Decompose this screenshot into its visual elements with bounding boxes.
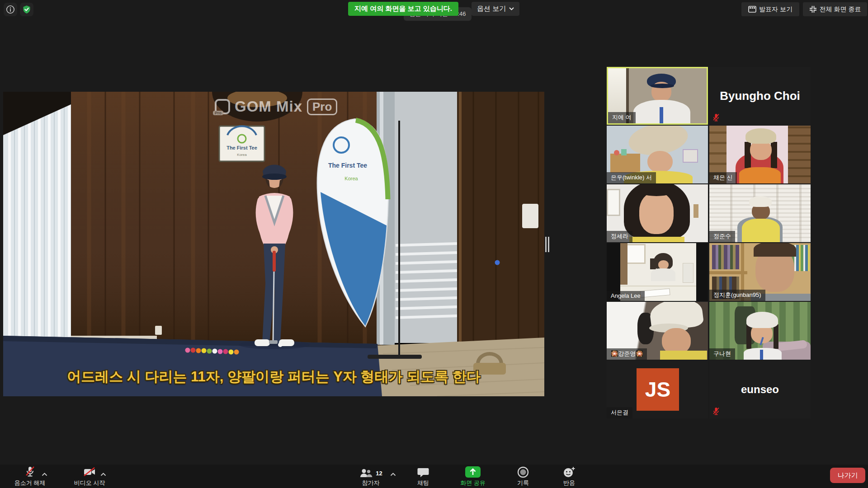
- record-icon: [517, 466, 529, 478]
- reactions-button[interactable]: 반응: [554, 466, 584, 487]
- view-options-button[interactable]: 옵션 보기: [472, 2, 519, 16]
- chat-label: 채팅: [417, 479, 429, 487]
- video-subtitle: 어드레스 시 다리는 11자, 양팔이랑 퍼터는 Y자 형태가 되도록 한다: [3, 367, 544, 386]
- participant-tile-jihoon-jung[interactable]: 정지훈(gunban95): [709, 243, 811, 301]
- participant-tile-chaeeun-shin[interactable]: 채은 신: [709, 126, 811, 183]
- video-options-chevron[interactable]: [100, 473, 106, 476]
- start-video-label: 비디오 시작: [74, 479, 105, 487]
- view-options-label: 옵션 보기: [477, 5, 506, 13]
- shield-check-icon: [22, 5, 31, 14]
- participant-tile-eunseo[interactable]: eunseo: [709, 361, 811, 418]
- shelf: [620, 243, 627, 285]
- participants-button[interactable]: 12 참가자: [349, 468, 392, 487]
- meeting-toolbar: 음소거 해제 비디오 시작 12: [0, 465, 868, 488]
- participant-tile-byungho-choi[interactable]: Byungho Choi: [709, 67, 811, 125]
- chat-icon: [417, 467, 429, 478]
- person-face: [639, 192, 674, 234]
- participant-name-label: 🎇강준영🎇: [607, 348, 647, 360]
- bookshelf-right: [788, 126, 811, 183]
- person-torso: [742, 219, 780, 242]
- cabinet: [607, 189, 620, 216]
- window-blinds: [3, 92, 81, 345]
- participant-name-label: 정지훈(gunban95): [709, 290, 765, 301]
- chat-button[interactable]: 채팅: [409, 467, 437, 487]
- exit-fullscreen-icon: [809, 5, 817, 13]
- flag-title: The First Tee: [328, 162, 367, 169]
- lanyard: [760, 350, 763, 360]
- muted-mic-icon: [712, 407, 720, 416]
- start-video-button[interactable]: 비디오 시작: [67, 466, 112, 487]
- participant-gallery: 지예 여 Byungho Choi: [607, 67, 811, 418]
- meeting-info-button[interactable]: [4, 3, 17, 16]
- muted-mic-icon: [712, 113, 720, 122]
- shelf-divider: [709, 271, 747, 274]
- gom-mix-watermark: Pro GOM Mix Pro: [215, 98, 337, 115]
- avatar: JS: [637, 368, 679, 411]
- gom-logo-icon: Pro: [215, 99, 230, 114]
- participant-tile-junsu-jung[interactable]: 정준수: [709, 184, 811, 242]
- participant-name-label: 구나현: [709, 348, 735, 360]
- participant-name-label: 지예 여: [608, 112, 636, 123]
- participant-name-label: Angela Lee: [607, 291, 645, 301]
- watermark-pro-badge: Pro: [307, 99, 337, 115]
- participant-tile-junyoung-kang[interactable]: 🎇강준영🎇: [607, 302, 708, 360]
- annotation-dot: [495, 260, 500, 265]
- speaker-view-button[interactable]: 발표자 보기: [741, 2, 799, 16]
- record-label: 기록: [517, 479, 529, 487]
- panel-resize-handle[interactable]: [545, 237, 549, 252]
- door-plate: [522, 204, 538, 228]
- person-torso: [739, 167, 781, 183]
- unmute-button[interactable]: 음소거 해제: [8, 466, 52, 487]
- security-encryption-button[interactable]: [20, 3, 33, 16]
- plaque-title: The First Tee: [226, 145, 257, 150]
- participant-tile-eungyeol-seo[interactable]: JS 서은결: [607, 361, 708, 418]
- person-cap: [746, 312, 778, 328]
- person-hair: [754, 243, 796, 257]
- person-hair: [745, 142, 751, 168]
- participant-name-label: 은우(twinkle) 서: [607, 172, 656, 183]
- participant-tile-nahyun-koo[interactable]: 구나현: [709, 302, 811, 360]
- lanyard: [660, 107, 663, 125]
- participants-icon: [359, 468, 373, 478]
- share-screen-icon: [464, 466, 481, 478]
- unmute-label: 음소거 해제: [14, 479, 46, 487]
- plaque-subtitle: Korea: [237, 153, 247, 157]
- info-icon: [6, 5, 15, 14]
- participant-tile-jiye-yeo[interactable]: 지예 여: [607, 67, 708, 125]
- person-torso: [651, 268, 675, 281]
- person-torso: [660, 351, 707, 360]
- mic-options-chevron[interactable]: [42, 473, 47, 476]
- books: [712, 245, 739, 269]
- reactions-icon: [563, 466, 576, 478]
- leave-meeting-button[interactable]: 나가기: [830, 468, 865, 483]
- participant-tile-angela-lee[interactable]: Angela Lee: [607, 243, 708, 301]
- participants-options-chevron[interactable]: [390, 473, 396, 476]
- participant-tile-sera-jung[interactable]: 정세라: [607, 184, 708, 242]
- share-screen-label: 화면 공유: [460, 479, 486, 487]
- flag-subtitle: Korea: [344, 176, 358, 181]
- person-hair: [771, 142, 777, 168]
- participant-tile-eunwoo-seo[interactable]: 은우(twinkle) 서: [607, 126, 708, 183]
- wall-plaque: The First Tee Korea: [219, 126, 264, 161]
- person-face: [647, 151, 673, 173]
- leave-label: 나가기: [838, 471, 858, 480]
- participant-display-name: eunseo: [709, 361, 811, 418]
- participant-name-label: 정세라: [607, 231, 632, 242]
- share-screen-button[interactable]: 화면 공유: [452, 466, 494, 487]
- video-off-icon: [82, 466, 97, 478]
- cap-brim: [651, 84, 674, 88]
- zoom-meeting-window: 남은 회의 시간: 05:46 지예 여의 화면을 보고 있습니다. 옵션 보기…: [0, 0, 868, 488]
- participant-display-name: Byungho Choi: [709, 67, 811, 125]
- speaker-view-label: 발표자 보기: [759, 5, 793, 14]
- viewing-screen-banner: 지예 여의 화면을 보고 있습니다.: [348, 2, 458, 16]
- participant-name-label: 서은결: [607, 407, 632, 418]
- record-button[interactable]: 기록: [509, 466, 537, 487]
- wall-outlet: [155, 326, 162, 335]
- hallway: [377, 92, 544, 345]
- participants-count-badge: 12: [376, 470, 382, 477]
- person-hair: [774, 324, 778, 349]
- pillarbox-right: [696, 243, 708, 301]
- exit-fullscreen-button[interactable]: 전체 화면 종료: [803, 2, 867, 16]
- person-face: [658, 260, 669, 269]
- reactions-label: 반응: [563, 479, 575, 487]
